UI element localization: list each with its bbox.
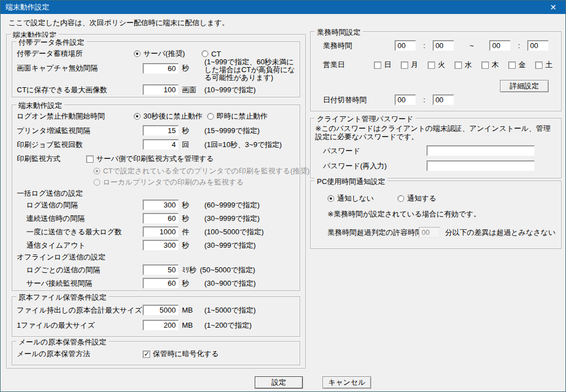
checkbox-icon (401, 62, 408, 69)
checkbox-day-thu[interactable]: 木 (481, 60, 499, 70)
checkbox-day-mon[interactable]: 月 (401, 60, 418, 70)
close-icon[interactable]: ✕ (541, 1, 565, 14)
group-title: PC使用時間通知設定 (315, 177, 387, 187)
checkbox-check-icon (143, 351, 150, 358)
day-label: 木 (492, 60, 499, 70)
radio-watch-local-printers-only: ローカルプリンタでの印刷のみを監視する (93, 177, 244, 187)
checkbox-icon (374, 62, 381, 69)
radio-server[interactable]: サーバ(推奨) (134, 49, 185, 59)
radio-dot-icon (397, 195, 404, 202)
checkbox-day-tue[interactable]: 火 (428, 60, 445, 70)
ok-button[interactable]: 設定 (255, 376, 303, 389)
business-days-label: 営業日 (323, 60, 374, 70)
unit-label: ﾐﾘ秒 (182, 265, 197, 275)
print-job-count-input[interactable] (143, 139, 179, 150)
radio-label: 即時に禁止動作 (217, 111, 268, 121)
unit-label: 回 (182, 140, 197, 150)
colon-separator: : (518, 41, 520, 50)
colon-separator: : (423, 96, 425, 104)
radio-ct[interactable]: CT (202, 50, 221, 58)
continuous-send-interval-input[interactable] (143, 213, 179, 224)
server-connect-watch-input[interactable] (143, 278, 179, 289)
intro-text: ここで設定した内容は、次回ポリシー配信時に端末に配信します。 (8, 18, 229, 28)
pc-usage-note: ※業務時間が設定されている場合に有効です。 (328, 209, 481, 219)
unit-label: 秒 (182, 278, 197, 289)
radio-no-notify[interactable]: 通知しない (328, 193, 374, 204)
checkbox-server-managed-print-watch[interactable]: サーバ側で印刷監視方式を管理する (86, 154, 214, 164)
checkbox-day-sun[interactable]: 日 (374, 60, 391, 70)
range-note: (60~9999で指定) (204, 200, 260, 210)
unit-label: 秒 (182, 126, 197, 136)
per-log-send-interval-input[interactable] (143, 265, 179, 275)
day-label: 土 (545, 60, 553, 70)
detail-settings-button[interactable]: 詳細設定 (500, 80, 549, 92)
password-input[interactable] (427, 145, 535, 156)
printer-interval-input[interactable] (143, 125, 179, 136)
capture-interval-label: 画面キャプチャ無効間隔 (17, 63, 143, 73)
printer-interval-label: プリンタ増減監視間隔 (17, 126, 143, 136)
range-note: (30~9999で指定) (204, 214, 260, 224)
password-label: パスワード (323, 146, 427, 156)
radio-dot-icon (202, 50, 208, 57)
max-images-label: CTに保存できる最大画像数 (17, 85, 143, 95)
radio-server-label: サーバ(推奨) (143, 49, 185, 59)
max-logs-per-send-input[interactable] (143, 226, 179, 237)
window-title: 端末動作設定 (6, 2, 49, 12)
date-switch-hour-input[interactable] (395, 95, 416, 105)
storage-location-label: 付帯データ蓄積場所 (17, 49, 134, 59)
unit-label: 秒 (182, 240, 197, 251)
comm-timeout-input[interactable] (143, 240, 179, 251)
tilde-separator: ~ (470, 41, 474, 50)
capture-interval-input[interactable] (143, 63, 179, 74)
range-note: (30~900で指定) (204, 278, 256, 289)
checkbox-day-sat[interactable]: 土 (535, 60, 553, 70)
radio-prohibit-after-30s[interactable]: 30秒後に禁止動作 (134, 111, 203, 121)
max-total-original-size-input[interactable] (143, 305, 179, 315)
group-client-password: クライアント管理パスワード ※このパスワードはクライアントの端末認証、アンインス… (310, 118, 562, 178)
radio-dot-icon (328, 195, 334, 202)
day-label: 月 (411, 60, 418, 70)
checkbox-icon (428, 62, 435, 69)
print-watch-label: 印刷監視方式 (17, 154, 86, 164)
max-file-size-input[interactable] (143, 320, 179, 330)
max-file-size-label: 1ファイルの最大サイズ (17, 320, 143, 330)
range-note: (15~9999で指定) (204, 126, 260, 136)
max-total-original-size-label: ファイル持出しの原本合計最大サイズ (17, 305, 143, 315)
checkbox-day-wed[interactable]: 水 (455, 60, 472, 70)
checkbox-icon (535, 62, 542, 69)
business-end-hour-input[interactable] (489, 40, 511, 51)
business-start-minute-input[interactable] (433, 40, 454, 51)
title-bar: 端末動作設定 ✕ (1, 1, 565, 14)
mail-storage-method-label: メールの原本保管方法 (17, 349, 143, 359)
password-note: ※このパスワードはクライアントの端末認証、アンインストール、管理設定に必要なパス… (315, 124, 555, 141)
day-label: 日 (384, 60, 391, 70)
radio-prohibit-immediately[interactable]: 即時に禁止動作 (207, 111, 268, 121)
radio-dot-icon (134, 113, 141, 120)
business-end-minute-input[interactable] (527, 40, 549, 51)
checkbox-icon (86, 155, 93, 163)
per-log-send-interval-label: ログごとの送信の間隔 (17, 265, 143, 275)
checkbox-label: 保管時に暗号化する (153, 349, 219, 359)
business-start-hour-input[interactable] (395, 40, 416, 51)
radio-watch-all-printers: CTで設定されている全てのプリンタでの印刷を監視する(推奨) (93, 166, 310, 176)
checkbox-day-fri[interactable]: 金 (508, 60, 526, 70)
date-switch-label: 日付切替時間 (323, 95, 395, 105)
cancel-button[interactable]: キャンセル (322, 376, 371, 389)
group-title: クライアント管理パスワード (315, 114, 415, 124)
radio-dot-icon (93, 179, 100, 186)
radio-notify[interactable]: 通知する (397, 193, 437, 204)
business-hours-label: 業務時間 (323, 41, 395, 51)
comm-timeout-label: 通信タイムアウト (17, 240, 143, 251)
checkbox-encrypt-on-store[interactable]: 保管時に暗号化する (143, 349, 219, 359)
group-title: 原本ファイル保管条件設定 (16, 292, 109, 303)
day-label: 水 (465, 60, 472, 70)
max-images-input[interactable] (143, 84, 179, 95)
tolerance-input (419, 227, 440, 238)
password-retype-input[interactable] (427, 160, 535, 171)
radio-label: 通知しない (337, 193, 374, 204)
group-title: 付帯データ条件設定 (16, 37, 87, 48)
button-label: 設定 (272, 377, 286, 388)
range-note: (10~999で指定) (204, 85, 256, 95)
log-send-interval-input[interactable] (143, 200, 179, 210)
date-switch-minute-input[interactable] (433, 95, 454, 105)
